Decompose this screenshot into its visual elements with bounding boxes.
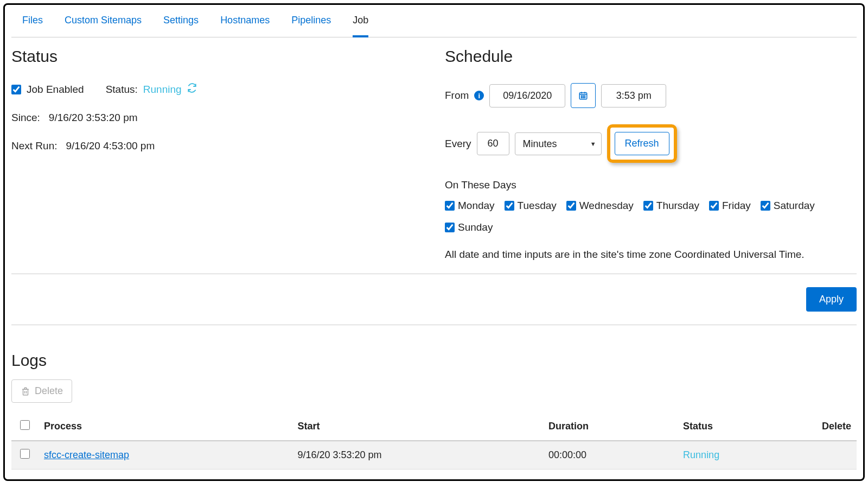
delete-label: Delete [35, 385, 63, 397]
day-saturday-checkbox[interactable] [761, 201, 770, 211]
every-value-input[interactable] [477, 132, 509, 155]
every-unit-select[interactable]: Minutes [515, 132, 602, 155]
day-label: Tuesday [518, 200, 557, 212]
from-date-input[interactable] [489, 84, 565, 107]
col-delete: Delete [802, 413, 857, 441]
from-label: From [445, 90, 469, 102]
svg-point-5 [583, 97, 584, 98]
day-label: Sunday [458, 221, 493, 233]
row-duration: 00:00:00 [543, 441, 678, 470]
tab-files[interactable]: Files [22, 15, 43, 31]
every-label: Every [445, 138, 471, 150]
schedule-section: Schedule From i Every [445, 47, 857, 261]
svg-point-6 [585, 97, 586, 98]
day-tuesday-checkbox[interactable] [505, 201, 514, 211]
refresh-status-icon[interactable] [187, 83, 197, 96]
day-label: Thursday [656, 200, 699, 212]
logs-table: Process Start Duration Status Delete sfc… [11, 413, 857, 470]
day-checkbox-group: Monday Tuesday Wednesday Thursday Friday… [445, 200, 857, 233]
from-time-input[interactable] [601, 84, 666, 107]
svg-point-3 [585, 96, 586, 97]
info-icon[interactable]: i [474, 91, 484, 100]
day-label: Friday [722, 200, 751, 212]
row-status: Running [683, 449, 719, 460]
schedule-heading: Schedule [445, 47, 857, 66]
trash-icon [21, 386, 30, 396]
day-label: Monday [458, 200, 495, 212]
status-heading: Status [11, 47, 423, 66]
col-status: Status [678, 413, 802, 441]
day-thursday-checkbox[interactable] [643, 201, 653, 211]
svg-point-2 [583, 96, 584, 97]
tab-job[interactable]: Job [353, 15, 368, 37]
day-label: Saturday [774, 200, 815, 212]
calendar-button[interactable] [571, 83, 596, 108]
next-run-value: 9/16/20 4:53:00 pm [66, 140, 155, 152]
day-sunday-checkbox[interactable] [445, 223, 455, 232]
col-duration: Duration [543, 413, 678, 441]
since-value: 9/16/20 3:53:20 pm [49, 112, 138, 124]
log-row: sfcc-create-sitemap 9/16/20 3:53:20 pm 0… [11, 441, 857, 470]
row-start: 9/16/20 3:53:20 pm [292, 441, 542, 470]
tab-hostnames[interactable]: Hostnames [220, 15, 270, 31]
refresh-button[interactable]: Refresh [615, 132, 669, 155]
svg-point-4 [582, 97, 583, 98]
day-label: Wednesday [579, 200, 634, 212]
timezone-note: All date and time inputs are in the site… [445, 249, 857, 261]
day-friday-checkbox[interactable] [709, 201, 719, 211]
col-process: Process [39, 413, 292, 441]
status-section: Status Job Enabled Status: Running Since… [11, 47, 423, 261]
since-label: Since: [11, 112, 40, 124]
next-run-label: Next Run: [11, 140, 57, 152]
on-days-label: On These Days [445, 179, 857, 191]
svg-rect-7 [23, 389, 28, 395]
status-label: Status: [106, 84, 138, 96]
apply-button[interactable]: Apply [806, 287, 857, 312]
tab-nav: Files Custom Sitemaps Settings Hostnames… [11, 10, 857, 37]
job-enabled-checkbox[interactable] [11, 85, 21, 94]
svg-point-1 [582, 96, 583, 97]
day-monday-checkbox[interactable] [445, 201, 455, 211]
process-link[interactable]: sfcc-create-sitemap [44, 449, 129, 460]
tab-custom-sitemaps[interactable]: Custom Sitemaps [65, 15, 142, 31]
tab-pipelines[interactable]: Pipelines [291, 15, 331, 31]
day-wednesday-checkbox[interactable] [566, 201, 576, 211]
logs-heading: Logs [11, 351, 857, 370]
status-value: Running [143, 84, 182, 96]
refresh-highlight: Refresh [607, 124, 677, 163]
job-enabled-label: Job Enabled [27, 84, 84, 96]
logs-section: Logs Delete Process Start Duration Statu… [11, 351, 857, 470]
delete-logs-button[interactable]: Delete [11, 379, 72, 403]
tab-settings[interactable]: Settings [163, 15, 199, 31]
col-start: Start [292, 413, 542, 441]
row-checkbox[interactable] [20, 449, 30, 459]
select-all-checkbox[interactable] [20, 420, 30, 430]
